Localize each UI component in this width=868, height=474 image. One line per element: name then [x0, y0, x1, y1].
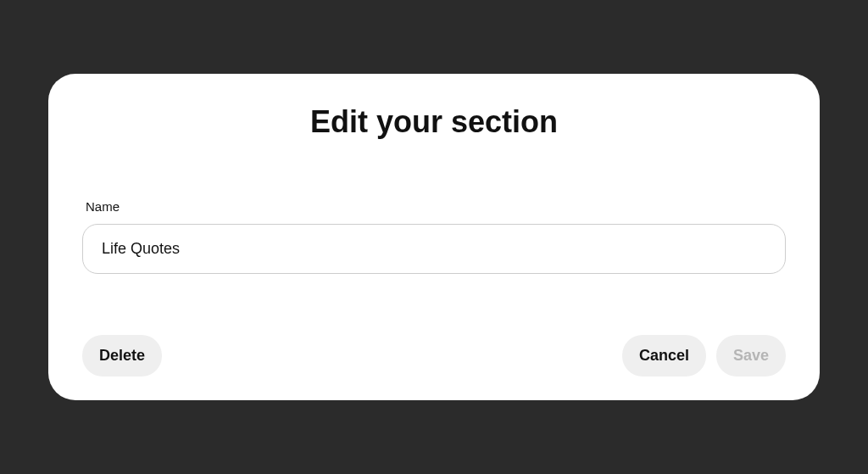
cancel-button[interactable]: Cancel [622, 335, 706, 376]
edit-section-modal: Edit your section Name Delete Cancel Sav… [48, 74, 820, 400]
name-input[interactable] [82, 224, 786, 274]
modal-title: Edit your section [82, 104, 786, 140]
delete-button[interactable]: Delete [82, 335, 162, 376]
name-field-label: Name [86, 199, 786, 214]
modal-button-row: Delete Cancel Save [82, 335, 786, 376]
save-button[interactable]: Save [716, 335, 786, 376]
right-button-group: Cancel Save [622, 335, 786, 376]
